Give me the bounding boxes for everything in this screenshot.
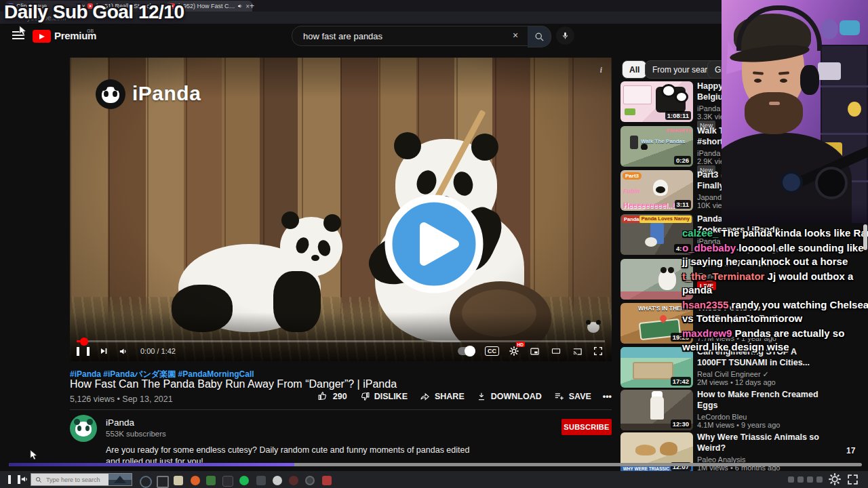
tray-network-icon[interactable] bbox=[816, 476, 823, 483]
voice-search-button[interactable] bbox=[556, 26, 574, 45]
thumbs-down-icon bbox=[359, 390, 370, 402]
taskbar-browser-icon[interactable] bbox=[191, 476, 200, 485]
taskbar-check-app-icon[interactable] bbox=[206, 476, 216, 485]
video-stats: 5,126 views • Sep 13, 2021 bbox=[70, 394, 173, 404]
download-button[interactable]: DOWNLOAD bbox=[476, 391, 542, 402]
overlay-speaker-icon[interactable] bbox=[20, 474, 30, 484]
miniplayer-button[interactable] bbox=[529, 346, 540, 357]
info-icon[interactable]: i bbox=[599, 64, 602, 75]
overlay-pause-icon[interactable] bbox=[8, 475, 20, 484]
related-video-8[interactable]: 12:30 How to Make French CreamedEggs LeC… bbox=[620, 390, 868, 432]
mouse-cursor bbox=[29, 450, 39, 460]
thumb-caption: Heeeeeeeeel..!! bbox=[623, 201, 677, 209]
region-label: GB bbox=[87, 28, 94, 33]
video-title: How to Make French CreamedEggs bbox=[697, 390, 867, 411]
more-actions-button[interactable]: ••• bbox=[603, 392, 612, 401]
taskbar-monitor-icon[interactable] bbox=[256, 476, 266, 485]
taskbar-camera-icon[interactable] bbox=[222, 476, 233, 487]
video-title: How Fast Can The Panda Baby Run Away Fro… bbox=[70, 378, 450, 390]
taskbar-app-icon[interactable] bbox=[289, 476, 298, 485]
overlay-expand-icon[interactable] bbox=[847, 474, 859, 485]
related-video-9[interactable]: WHY WERE TRIASSIC ANIMALS SO WEIRD? 12:0… bbox=[620, 432, 868, 474]
save-button[interactable]: SAVE bbox=[553, 390, 591, 402]
search-input[interactable] bbox=[302, 30, 501, 42]
taskbar-app-icon[interactable] bbox=[322, 476, 332, 485]
stream-chat-overlay: calzee_ The panda kinda looks like Rand … bbox=[682, 226, 868, 355]
search-bar[interactable] bbox=[292, 26, 538, 46]
microphone-icon bbox=[561, 30, 570, 41]
thumb-caption: Walk The Pandas bbox=[641, 138, 686, 144]
filter-chip-all[interactable]: All bbox=[622, 60, 647, 79]
channel-subscribers: 553K subscribers bbox=[106, 430, 166, 438]
search-icon bbox=[534, 32, 545, 42]
thumb-label: Panda Loves Nanny bbox=[639, 216, 692, 223]
duration-badge: 12:30 bbox=[671, 420, 691, 428]
video-thumbnail: 1:08:11 bbox=[620, 81, 693, 122]
thumb-caption: Fubin bbox=[623, 188, 640, 195]
channel-name[interactable]: iPanda bbox=[106, 418, 134, 428]
divider bbox=[70, 409, 612, 410]
search-icon bbox=[35, 476, 42, 483]
tray-icon[interactable] bbox=[788, 476, 794, 483]
settings-button[interactable]: HD bbox=[509, 346, 519, 357]
video-player[interactable]: iPanda i 0:00 / 1:42 CC bbox=[70, 58, 612, 361]
duration-badge: 17:42 bbox=[671, 377, 691, 386]
download-label: DOWNLOAD bbox=[491, 392, 542, 401]
gear-icon bbox=[509, 346, 519, 357]
share-button[interactable]: SHARE bbox=[419, 390, 465, 402]
tray-icon[interactable] bbox=[797, 476, 804, 483]
taskbar-app-icon[interactable] bbox=[273, 476, 282, 485]
scrollbar-thumb[interactable] bbox=[863, 224, 867, 250]
taskbar-spotify-icon[interactable] bbox=[239, 476, 249, 485]
sub-goal-progress-bar bbox=[9, 463, 862, 466]
like-button[interactable]: 290 bbox=[317, 390, 347, 402]
shorts-tag: #SHORTS bbox=[666, 127, 692, 134]
theater-mode-button[interactable] bbox=[550, 346, 562, 356]
headphone-band bbox=[736, 5, 822, 51]
taskbar-search-box[interactable] bbox=[31, 473, 132, 486]
sub-goal-progress-fill bbox=[9, 463, 294, 466]
youtube-logo-icon[interactable] bbox=[33, 30, 51, 43]
search-button[interactable] bbox=[528, 26, 551, 47]
video-thumbnail: Part3 Fubin Heeeeeeeeel..!! 3:11 bbox=[620, 170, 693, 211]
chat-message: maxdrew9 Pandas are actually so weird li… bbox=[682, 327, 868, 354]
taskbar-mail-icon[interactable] bbox=[174, 476, 183, 485]
autoplay-toggle[interactable] bbox=[458, 347, 475, 355]
video-actions: 290 DISLIKE SHARE DOWNLOAD SAVE ••• bbox=[383, 390, 612, 402]
screen: Clip Queue × (1951) Really Stretchy Ice … bbox=[0, 0, 868, 488]
chat-message: hsan2355 randy you watching Chelsea vs T… bbox=[682, 298, 868, 326]
clear-search-icon[interactable]: × bbox=[513, 30, 518, 41]
cast-button[interactable] bbox=[572, 346, 583, 357]
shelf-sign bbox=[818, 62, 841, 80]
volume-icon[interactable] bbox=[118, 346, 130, 357]
dislike-label: DISLIKE bbox=[374, 392, 408, 401]
ipanda-watermark-icon bbox=[96, 79, 125, 109]
time-display: 0:00 / 1:42 bbox=[140, 347, 176, 355]
play-button-overlay[interactable] bbox=[384, 195, 484, 293]
next-button[interactable] bbox=[99, 346, 108, 356]
taskbar-search-input[interactable] bbox=[45, 476, 115, 484]
fullscreen-button[interactable] bbox=[593, 346, 604, 357]
captions-button[interactable]: CC bbox=[485, 346, 499, 356]
tab-audio-icon bbox=[237, 3, 243, 9]
duration-badge: 0:26 bbox=[674, 156, 691, 165]
plush-toy bbox=[821, 19, 838, 39]
tray-volume-icon[interactable] bbox=[807, 476, 813, 483]
sub-goal-label: Daily Sub Goal 12/10 bbox=[4, 1, 184, 23]
taskbar-obs-icon[interactable] bbox=[305, 476, 315, 485]
pause-button[interactable] bbox=[77, 347, 90, 356]
dislike-button[interactable]: DISLIKE bbox=[359, 390, 408, 402]
chat-message: t_the_Terminator Jj would outbox a panda bbox=[682, 270, 868, 298]
new-tab-button[interactable]: + bbox=[250, 1, 254, 11]
taskbar-task-view-icon[interactable] bbox=[157, 476, 169, 488]
search-highlight-image bbox=[108, 474, 132, 485]
subscribe-button[interactable]: SUBSCRIBE bbox=[561, 419, 612, 435]
overlay-settings-gear-icon[interactable] bbox=[828, 472, 842, 486]
video-thumbnail: WHY WERE TRIASSIC ANIMALS SO WEIRD? 12:0… bbox=[620, 432, 693, 473]
eye bbox=[780, 79, 787, 83]
video-thumbnail: 12:30 bbox=[620, 390, 693, 430]
channel-avatar[interactable] bbox=[70, 415, 97, 442]
shelf-box bbox=[840, 20, 860, 35]
taskbar-cortana-icon[interactable] bbox=[140, 476, 152, 488]
microphone-icon bbox=[815, 167, 848, 199]
